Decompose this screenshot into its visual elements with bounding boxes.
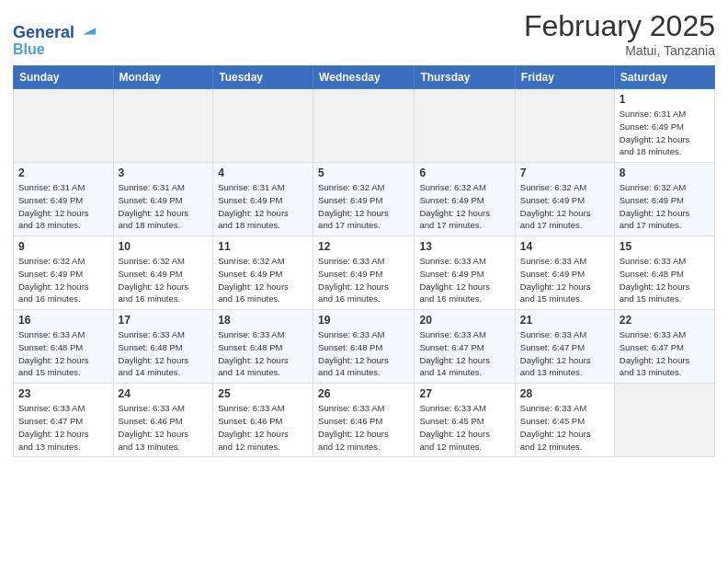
day-number: 5 <box>318 167 409 179</box>
svg-marker-0 <box>83 28 96 34</box>
day-number: 10 <box>119 240 209 253</box>
day-number: 11 <box>218 240 308 253</box>
day-info: Sunrise: 6:32 AM Sunset: 6:49 PM Dayligh… <box>119 255 209 305</box>
calendar-cell <box>515 89 614 163</box>
col-header-saturday: Saturday <box>614 66 714 89</box>
day-number: 8 <box>620 167 710 179</box>
day-info: Sunrise: 6:33 AM Sunset: 6:48 PM Dayligh… <box>218 328 308 379</box>
col-header-thursday: Thursday <box>415 66 515 89</box>
calendar-week-5: 23Sunrise: 6:33 AM Sunset: 6:47 PM Dayli… <box>14 384 715 457</box>
day-number: 25 <box>218 387 308 400</box>
day-number: 13 <box>419 240 509 253</box>
calendar-cell: 13Sunrise: 6:33 AM Sunset: 6:49 PM Dayli… <box>415 236 515 310</box>
calendar-cell: 8Sunrise: 6:32 AM Sunset: 6:49 PM Daylig… <box>614 163 714 236</box>
calendar-cell: 3Sunrise: 6:31 AM Sunset: 6:49 PM Daylig… <box>113 163 213 236</box>
day-info: Sunrise: 6:33 AM Sunset: 6:46 PM Dayligh… <box>218 402 308 453</box>
calendar-cell: 14Sunrise: 6:33 AM Sunset: 6:49 PM Dayli… <box>515 236 614 310</box>
day-info: Sunrise: 6:33 AM Sunset: 6:47 PM Dayligh… <box>620 328 710 379</box>
day-number: 15 <box>620 240 710 253</box>
calendar-cell: 11Sunrise: 6:32 AM Sunset: 6:49 PM Dayli… <box>213 236 313 310</box>
logo-text: General <box>13 21 97 42</box>
day-number: 14 <box>520 240 609 253</box>
day-number: 2 <box>18 167 108 179</box>
header: General Blue February 2025 Matui, Tanzan… <box>13 9 715 58</box>
day-number: 24 <box>119 387 209 400</box>
calendar-cell: 25Sunrise: 6:33 AM Sunset: 6:46 PM Dayli… <box>213 384 313 457</box>
calendar-cell: 22Sunrise: 6:33 AM Sunset: 6:47 PM Dayli… <box>614 310 714 384</box>
calendar-cell: 21Sunrise: 6:33 AM Sunset: 6:47 PM Dayli… <box>515 310 614 384</box>
calendar-cell <box>614 384 714 457</box>
calendar-cell: 1Sunrise: 6:31 AM Sunset: 6:49 PM Daylig… <box>614 89 714 163</box>
calendar-cell <box>113 89 213 163</box>
calendar-cell: 6Sunrise: 6:32 AM Sunset: 6:49 PM Daylig… <box>415 163 515 236</box>
page: General Blue February 2025 Matui, Tanzan… <box>0 0 728 563</box>
day-info: Sunrise: 6:31 AM Sunset: 6:49 PM Dayligh… <box>119 181 209 232</box>
logo: General Blue <box>13 21 97 58</box>
day-number: 6 <box>419 167 509 179</box>
calendar-cell: 26Sunrise: 6:33 AM Sunset: 6:46 PM Dayli… <box>313 384 415 457</box>
col-header-sunday: Sunday <box>14 66 114 89</box>
day-info: Sunrise: 6:33 AM Sunset: 6:48 PM Dayligh… <box>119 328 209 379</box>
day-info: Sunrise: 6:32 AM Sunset: 6:49 PM Dayligh… <box>18 255 108 305</box>
day-info: Sunrise: 6:32 AM Sunset: 6:49 PM Dayligh… <box>620 181 710 232</box>
day-info: Sunrise: 6:33 AM Sunset: 6:46 PM Dayligh… <box>119 402 209 453</box>
calendar-week-1: 1Sunrise: 6:31 AM Sunset: 6:49 PM Daylig… <box>14 89 715 163</box>
calendar-cell: 4Sunrise: 6:31 AM Sunset: 6:49 PM Daylig… <box>213 163 313 236</box>
location: Matui, Tanzania <box>524 43 715 58</box>
calendar-cell: 10Sunrise: 6:32 AM Sunset: 6:49 PM Dayli… <box>113 236 213 310</box>
month-title: February 2025 <box>524 9 715 43</box>
day-info: Sunrise: 6:33 AM Sunset: 6:45 PM Dayligh… <box>419 402 509 453</box>
calendar-cell: 24Sunrise: 6:33 AM Sunset: 6:46 PM Dayli… <box>113 384 213 457</box>
day-number: 20 <box>419 314 509 327</box>
day-number: 16 <box>18 314 108 327</box>
calendar-cell: 12Sunrise: 6:33 AM Sunset: 6:49 PM Dayli… <box>313 236 415 310</box>
day-info: Sunrise: 6:32 AM Sunset: 6:49 PM Dayligh… <box>318 181 409 232</box>
calendar-cell: 27Sunrise: 6:33 AM Sunset: 6:45 PM Dayli… <box>415 384 515 457</box>
day-info: Sunrise: 6:33 AM Sunset: 6:48 PM Dayligh… <box>18 328 108 379</box>
calendar: SundayMondayTuesdayWednesdayThursdayFrid… <box>13 65 715 457</box>
day-number: 12 <box>318 240 409 253</box>
col-header-wednesday: Wednesday <box>313 66 415 89</box>
calendar-cell: 5Sunrise: 6:32 AM Sunset: 6:49 PM Daylig… <box>313 163 415 236</box>
day-number: 28 <box>520 387 609 400</box>
day-number: 1 <box>620 93 710 106</box>
calendar-cell: 23Sunrise: 6:33 AM Sunset: 6:47 PM Dayli… <box>14 384 114 457</box>
day-number: 26 <box>318 387 409 400</box>
day-info: Sunrise: 6:32 AM Sunset: 6:49 PM Dayligh… <box>520 181 609 232</box>
day-number: 22 <box>620 314 710 327</box>
header-right: February 2025 Matui, Tanzania <box>524 9 715 58</box>
calendar-cell: 18Sunrise: 6:33 AM Sunset: 6:48 PM Dayli… <box>213 310 313 384</box>
day-number: 7 <box>520 167 609 179</box>
calendar-cell <box>313 89 415 163</box>
calendar-cell: 17Sunrise: 6:33 AM Sunset: 6:48 PM Dayli… <box>113 310 213 384</box>
day-info: Sunrise: 6:33 AM Sunset: 6:46 PM Dayligh… <box>318 402 409 453</box>
day-info: Sunrise: 6:33 AM Sunset: 6:45 PM Dayligh… <box>520 402 609 453</box>
calendar-week-3: 9Sunrise: 6:32 AM Sunset: 6:49 PM Daylig… <box>14 236 715 310</box>
day-number: 17 <box>119 314 209 327</box>
calendar-cell: 28Sunrise: 6:33 AM Sunset: 6:45 PM Dayli… <box>515 384 614 457</box>
day-number: 9 <box>18 240 108 253</box>
calendar-cell: 2Sunrise: 6:31 AM Sunset: 6:49 PM Daylig… <box>14 163 114 236</box>
col-header-friday: Friday <box>515 66 614 89</box>
calendar-cell: 9Sunrise: 6:32 AM Sunset: 6:49 PM Daylig… <box>14 236 114 310</box>
calendar-cell: 16Sunrise: 6:33 AM Sunset: 6:48 PM Dayli… <box>14 310 114 384</box>
calendar-cell <box>213 89 313 163</box>
day-number: 3 <box>119 167 209 179</box>
calendar-cell: 15Sunrise: 6:33 AM Sunset: 6:48 PM Dayli… <box>614 236 714 310</box>
day-info: Sunrise: 6:33 AM Sunset: 6:47 PM Dayligh… <box>18 402 108 453</box>
day-info: Sunrise: 6:32 AM Sunset: 6:49 PM Dayligh… <box>218 255 308 305</box>
day-info: Sunrise: 6:33 AM Sunset: 6:48 PM Dayligh… <box>620 255 710 305</box>
day-number: 21 <box>520 314 609 327</box>
calendar-cell <box>14 89 114 163</box>
calendar-cell: 20Sunrise: 6:33 AM Sunset: 6:47 PM Dayli… <box>415 310 515 384</box>
day-number: 18 <box>218 314 308 327</box>
day-number: 19 <box>318 314 409 327</box>
logo-triangle-icon <box>81 21 97 38</box>
day-info: Sunrise: 6:33 AM Sunset: 6:49 PM Dayligh… <box>520 255 609 305</box>
day-info: Sunrise: 6:32 AM Sunset: 6:49 PM Dayligh… <box>419 181 509 232</box>
calendar-cell: 7Sunrise: 6:32 AM Sunset: 6:49 PM Daylig… <box>515 163 614 236</box>
day-number: 27 <box>419 387 509 400</box>
day-info: Sunrise: 6:33 AM Sunset: 6:49 PM Dayligh… <box>419 255 509 305</box>
col-header-tuesday: Tuesday <box>213 66 313 89</box>
calendar-header-row: SundayMondayTuesdayWednesdayThursdayFrid… <box>14 66 715 89</box>
